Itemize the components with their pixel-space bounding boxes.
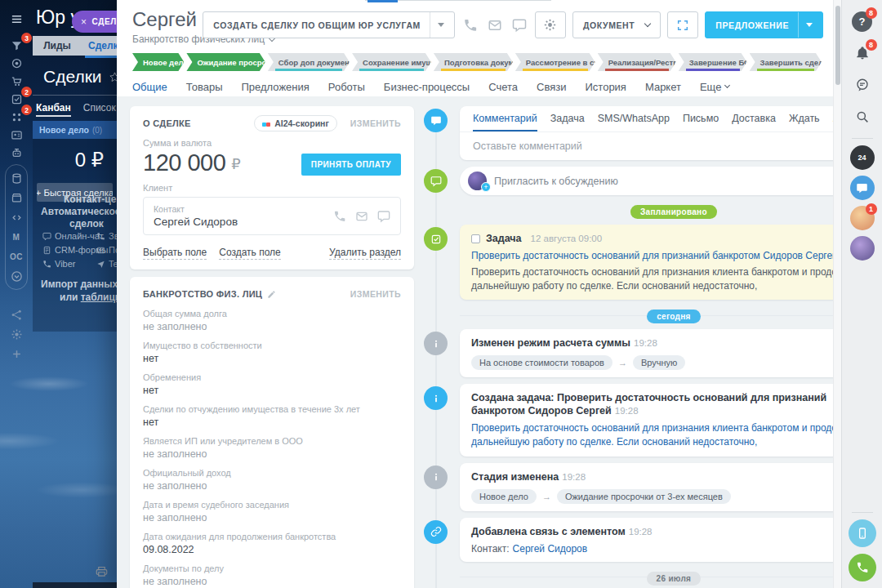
rail-item-m[interactable]: M [6,228,27,246]
tab-leads[interactable]: Лиды [33,36,82,56]
search-button[interactable] [848,102,877,131]
notifications-button[interactable]: 8 [848,38,877,68]
messenger-button[interactable] [848,70,877,100]
pipeline-stage[interactable]: Ожидание просроч... [186,53,265,71]
pipeline-stage[interactable]: Сохранение имуще... [352,53,431,71]
rail-item-robot[interactable] [6,144,27,162]
settings-gear-button[interactable] [535,11,566,38]
user-avatar[interactable] [850,236,875,261]
contact-link[interactable]: Сергей Сидоров [513,543,588,555]
composer-tab[interactable]: SMS/WhatsApp [598,113,670,131]
user-avatar[interactable]: 1 [850,206,875,230]
invite-to-discussion[interactable]: + Пригласить к обсуждению [460,167,833,195]
date-badge[interactable]: 26 июля [647,572,702,586]
help-button[interactable]: ? 8 [848,7,877,36]
mail-icon[interactable] [486,11,504,38]
task-title-link[interactable]: Проверить достаточность оснований для пр… [471,249,833,263]
pipeline-stage[interactable]: Завершить сделку [750,53,822,71]
rail-item-add[interactable] [6,345,27,363]
star-icon[interactable] [109,71,117,83]
channel-item[interactable]: Почта [96,245,117,255]
deal-currency: ₽ [231,155,240,176]
edit-section-link[interactable]: ИЗМЕНИТЬ [350,118,401,128]
accept-payment-button[interactable]: ПРИНЯТЬ ОПЛАТУ [301,154,401,176]
rail-item-collapse[interactable] [6,267,27,285]
rail-item-network[interactable] [6,305,27,323]
phone-icon[interactable] [333,210,346,223]
rail-item-crm-target[interactable] [6,54,27,72]
event-card[interactable]: Добавлена связь с элементом19:28 Контакт… [460,518,833,562]
pipeline-stage[interactable]: Сбор доп документов [268,53,350,71]
create-deal-dropdown[interactable] [430,12,444,38]
general-chat-avatar[interactable] [850,176,875,200]
channel-item[interactable]: CRM-формы [42,245,95,255]
channel-item[interactable]: Viber [42,259,95,269]
kanban-column-header[interactable]: Новое дело (0) [33,121,117,139]
hamburger-menu-icon[interactable] [6,10,27,28]
composer-tab[interactable]: Задача [550,113,585,131]
rail-item-funnel[interactable]: 3 [6,36,27,54]
rail-item-database[interactable] [6,169,27,187]
chevron-down-icon [724,82,730,88]
close-icon[interactable]: × [81,16,87,28]
call-button[interactable] [849,554,876,581]
pipeline-stage[interactable]: Подготовка докуме... [434,53,513,71]
pipeline-stage[interactable]: Новое дело [132,53,184,71]
proposal-button[interactable]: ПРЕДЛОЖЕНИЕ [705,11,823,38]
pipeline-stage[interactable]: Завершение БФЛ [679,53,747,71]
vertical-scrollbar[interactable] [833,0,841,588]
edit-section-icon[interactable] [267,290,276,299]
import-excel-link[interactable]: таблицы Excel [81,292,117,303]
event-card[interactable]: Стадия изменена19:28 Новое дело → Ожидан… [460,463,833,511]
client-contact-box[interactable]: Контакт Сергей Сидоров [143,197,401,235]
create-field-link[interactable]: Создать поле [219,247,281,260]
document-button[interactable]: ДОКУМЕНТ [572,11,661,38]
ai-scoring-badge[interactable]: AI24-скоринг [254,115,337,131]
tab-deals[interactable]: Сделки [82,36,117,56]
event-card[interactable]: Создана задача: Проверить достаточность … [460,384,833,457]
bitrix24-avatar[interactable]: 24 [850,145,875,170]
channel-item[interactable]: Telegram [96,259,117,269]
rail-item-contacts[interactable] [6,126,27,144]
mail-icon[interactable] [355,210,368,223]
contact-name[interactable]: Сергей Сидоров [154,216,238,228]
pipeline-stage[interactable]: Реализация/Рестру... [598,53,676,71]
slider-breadcrumb-chip[interactable]: × СДЕЛКА [72,11,117,33]
task-card[interactable]: Задача 12 августа 09:00 Проверить достат… [460,225,833,300]
rail-item-archive[interactable] [6,189,27,207]
chat-icon[interactable] [510,11,528,38]
chat-icon[interactable] [377,210,390,223]
horizontal-scrollbar[interactable] [33,582,117,588]
composer-tab[interactable]: Доставка [732,113,776,131]
task-checkbox[interactable] [471,234,480,243]
comment-input[interactable] [473,140,833,152]
rail-item-processes[interactable]: 2 [6,108,27,126]
event-card[interactable]: Изменен режим расчета суммы19:28 На осно… [460,329,833,377]
composer-tab[interactable]: Ждать [789,113,820,131]
import-text-line1[interactable]: Импорт данных из других CRM [41,278,117,290]
proposal-dropdown[interactable] [798,12,813,38]
today-badge[interactable]: сегодня [647,310,700,323]
composer-tab[interactable]: Комментарий [473,113,537,131]
composer-tab[interactable]: Письмо [683,113,719,131]
edit-section-link[interactable]: ИЗМЕНИТЬ [350,289,401,299]
rail-item-settings[interactable] [6,325,27,343]
printer-icon[interactable] [96,565,108,577]
channel-item[interactable]: Онлайн-чат [42,231,95,241]
mobile-app-button[interactable] [849,519,876,547]
phone-icon[interactable] [461,11,479,38]
import-text-line2[interactable]: или таблицы Excel [60,292,117,303]
delete-section-link[interactable]: Удалить раздел [329,247,401,260]
channel-item[interactable]: Звонок [96,231,117,241]
rail-item-code[interactable] [6,208,27,226]
select-field-link[interactable]: Выбрать поле [143,247,207,260]
view-option[interactable]: Список [83,102,116,117]
scrollbar-thumb[interactable] [835,6,840,85]
create-deal-button[interactable]: СОЗДАТЬ СДЕЛКУ ПО ОБЩИМ ЮР УСЛУГАМ [203,11,455,38]
view-option[interactable]: Канбан [36,102,71,117]
task-description-link[interactable]: Проверить достаточность оснований для пр… [471,421,833,449]
fullscreen-button[interactable] [667,11,698,38]
pipeline-stage[interactable]: Рассмотрение в суде [515,53,595,71]
rail-item-oc[interactable]: ОС [6,247,27,265]
link-icon [424,520,448,544]
